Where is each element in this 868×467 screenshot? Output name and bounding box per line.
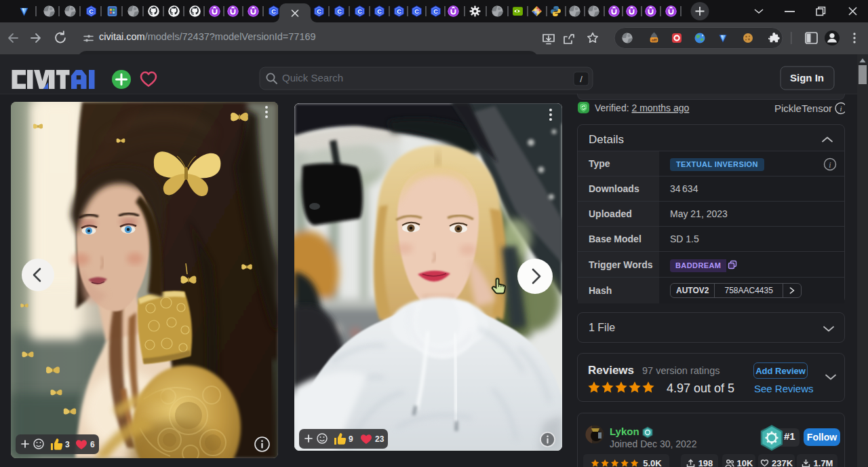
svg-text:/: /: [580, 74, 583, 84]
svg-text:Sign In: Sign In: [790, 72, 824, 83]
svg-text:i: i: [840, 105, 842, 113]
svg-text:6: 6: [90, 440, 95, 449]
svg-text:i: i: [829, 160, 831, 170]
svg-text:Verified: 2 months ago: Verified: 2 months ago: [595, 102, 690, 113]
svg-text:23: 23: [375, 434, 384, 444]
svg-text:Quick Search: Quick Search: [282, 72, 343, 83]
svg-text:3: 3: [65, 440, 70, 449]
svg-text:9: 9: [349, 434, 353, 444]
svg-text:PickleTensor: PickleTensor: [774, 102, 832, 114]
